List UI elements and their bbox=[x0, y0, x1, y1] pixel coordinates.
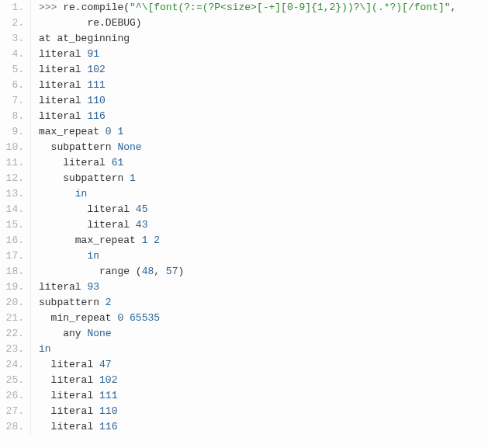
code-token: literal bbox=[39, 281, 87, 293]
code-line: in bbox=[39, 342, 488, 357]
code-line: literal 61 bbox=[39, 155, 488, 171]
code-line: re.DEBUG) bbox=[39, 16, 488, 31]
code-token: 91 bbox=[87, 48, 99, 60]
code-token: literal bbox=[87, 203, 135, 215]
line-number: 27. bbox=[0, 404, 24, 419]
code-token bbox=[123, 312, 130, 324]
code-token: 47 bbox=[99, 359, 112, 370]
line-number-gutter: 1.2.3.4.5.6.7.8.9.10.11.12.13.14.15.16.1… bbox=[0, 0, 31, 435]
code-token: subpattern bbox=[63, 172, 130, 184]
code-token bbox=[39, 203, 87, 215]
code-line: literal 116 bbox=[39, 109, 488, 124]
code-line: literal 102 bbox=[39, 373, 488, 388]
code-token: 111 bbox=[99, 390, 117, 401]
code-line: subpattern 2 bbox=[39, 295, 488, 311]
code-line: literal 110 bbox=[39, 404, 488, 419]
code-token: . bbox=[99, 17, 106, 29]
code-block: 1.2.3.4.5.6.7.8.9.10.11.12.13.14.15.16.1… bbox=[0, 0, 488, 435]
code-line: max_repeat 0 1 bbox=[39, 124, 488, 140]
code-token: 1 bbox=[130, 172, 136, 184]
code-token: >>> bbox=[39, 2, 63, 13]
code-token: literal bbox=[51, 390, 99, 401]
code-token: 65535 bbox=[130, 312, 160, 324]
code-token bbox=[39, 141, 51, 153]
line-number: 14. bbox=[0, 202, 24, 217]
code-token: literal bbox=[39, 95, 87, 106]
code-line: subpattern 1 bbox=[39, 171, 488, 186]
code-line: literal 102 bbox=[39, 62, 488, 78]
line-number: 11. bbox=[0, 155, 24, 171]
code-token bbox=[39, 405, 51, 417]
line-number: 6. bbox=[0, 78, 24, 93]
line-number: 21. bbox=[0, 311, 24, 326]
line-number: 22. bbox=[0, 326, 24, 342]
line-number: 18. bbox=[0, 264, 24, 280]
line-number: 24. bbox=[0, 357, 24, 373]
line-number: 2. bbox=[0, 16, 24, 31]
code-line: literal 116 bbox=[39, 419, 488, 435]
code-token: any bbox=[63, 328, 87, 339]
code-token: 111 bbox=[87, 79, 105, 91]
code-line: max_repeat 1 2 bbox=[39, 233, 488, 248]
code-token: 2 bbox=[154, 234, 160, 246]
code-line: min_repeat 0 65535 bbox=[39, 311, 488, 326]
code-token bbox=[39, 172, 63, 184]
code-token: 48 bbox=[142, 266, 154, 277]
code-token bbox=[39, 234, 75, 246]
code-line: at at_beginning bbox=[39, 31, 488, 47]
code-token: literal bbox=[51, 421, 99, 432]
code-token: 102 bbox=[99, 374, 117, 386]
code-token: 61 bbox=[112, 157, 124, 168]
line-number: 4. bbox=[0, 47, 24, 62]
code-token bbox=[39, 421, 51, 432]
line-number: 25. bbox=[0, 373, 24, 388]
code-token: subpattern bbox=[51, 141, 118, 153]
code-line: subpattern None bbox=[39, 140, 488, 155]
code-line: literal 43 bbox=[39, 217, 488, 233]
code-token: subpattern bbox=[39, 297, 106, 308]
code-line: literal 47 bbox=[39, 357, 488, 373]
code-token: 0 bbox=[106, 126, 112, 137]
code-token: literal bbox=[39, 79, 87, 91]
line-number: 9. bbox=[0, 124, 24, 140]
code-token bbox=[39, 312, 51, 324]
line-number: 3. bbox=[0, 31, 24, 47]
code-token: at at_beginning bbox=[39, 33, 130, 44]
code-token: "^\[font(?:=(?P<size>[-+][0-9]{1,2}))?\]… bbox=[130, 2, 450, 13]
code-token: re bbox=[63, 2, 75, 13]
code-token: in bbox=[39, 343, 51, 355]
code-token: None bbox=[117, 141, 141, 153]
line-number: 15. bbox=[0, 217, 24, 233]
code-token: 1 bbox=[117, 126, 123, 137]
code-token: DEBUG bbox=[106, 17, 136, 29]
code-token: , bbox=[451, 2, 457, 13]
code-line: >>> re.compile("^\[font(?:=(?P<size>[-+]… bbox=[39, 0, 488, 16]
code-token: re bbox=[87, 17, 99, 29]
line-number: 19. bbox=[0, 280, 24, 295]
code-token: 102 bbox=[87, 64, 105, 75]
code-token: . bbox=[75, 2, 81, 13]
code-token: ( bbox=[136, 266, 142, 277]
code-token bbox=[39, 219, 87, 231]
code-line: literal 111 bbox=[39, 78, 488, 93]
code-token bbox=[39, 266, 99, 277]
code-line: literal 91 bbox=[39, 47, 488, 62]
code-token: literal bbox=[63, 157, 111, 168]
code-token: ) bbox=[136, 17, 142, 29]
code-token: max_repeat bbox=[39, 126, 106, 137]
code-token bbox=[39, 17, 87, 29]
code-line: literal 45 bbox=[39, 202, 488, 217]
code-token: 110 bbox=[87, 95, 105, 106]
code-token: 110 bbox=[99, 405, 117, 417]
line-number: 13. bbox=[0, 186, 24, 202]
code-token: literal bbox=[39, 64, 87, 75]
code-token: max_repeat bbox=[75, 234, 142, 246]
line-number: 23. bbox=[0, 342, 24, 357]
code-token bbox=[39, 188, 75, 200]
code-token: 2 bbox=[106, 297, 112, 308]
code-token: 43 bbox=[136, 219, 148, 231]
line-number: 7. bbox=[0, 93, 24, 109]
line-number: 28. bbox=[0, 419, 24, 435]
code-token: in bbox=[75, 188, 88, 200]
code-line: range (48, 57) bbox=[39, 264, 488, 280]
